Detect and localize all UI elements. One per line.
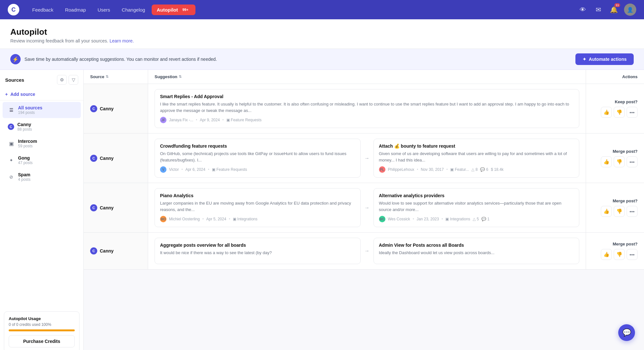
suggestion-body: I like the smart replies feature. It usu…: [160, 101, 574, 114]
learn-more-link[interactable]: Learn more.: [109, 38, 134, 43]
thumbs-down-button[interactable]: 👎: [614, 249, 625, 260]
merge-arrow: →: [365, 139, 370, 178]
author-name: PhilippeLehoux: [388, 167, 414, 172]
settings-icon-btn[interactable]: ⚙: [57, 75, 67, 85]
source-cell: C Canny: [84, 84, 148, 133]
thumbs-up-button[interactable]: 👍: [601, 156, 612, 167]
plus-icon: +: [5, 92, 8, 97]
stat-triangles: △ 8: [471, 167, 478, 172]
page-title: Autopilot: [10, 27, 634, 37]
canny-count: 88 posts: [17, 127, 76, 132]
suggestion-card-left[interactable]: Aggregate posts overview for all boards …: [155, 238, 361, 264]
suggestion-col-header[interactable]: Suggestion ⇅: [148, 70, 586, 84]
more-options-button[interactable]: •••: [627, 156, 638, 167]
thumbs-down-button[interactable]: 👎: [614, 206, 625, 217]
message-icon[interactable]: ✉: [593, 5, 603, 15]
sidebar-item-spam-info: Spam 4 posts: [18, 172, 76, 182]
chat-bubble[interactable]: 💬: [618, 324, 635, 341]
action-buttons: 👍 👎 •••: [601, 156, 638, 167]
author-name: Janaya Fix -...: [169, 118, 193, 122]
source-cell: C Canny: [84, 233, 148, 269]
suggestion-card-left[interactable]: Piano Analytics Larger companies in the …: [155, 188, 361, 227]
sidebar-item-intercom[interactable]: ▣ Intercom 59 posts: [3, 135, 81, 152]
actions-cell: Keep post? 👍 👎 •••: [586, 84, 644, 133]
sidebar-item-all-info: All sources 194 posts: [18, 105, 76, 115]
canny-icon: C: [8, 124, 14, 130]
sidebar-item-gong[interactable]: ✦ Gong 47 posts: [3, 152, 81, 168]
suggestion-cell: Crowdfunding feature requests On GitHub,…: [148, 134, 586, 183]
page-header: Autopilot Review incoming feedback from …: [0, 19, 644, 49]
purchase-credits-button[interactable]: Purchase Credits: [9, 335, 75, 347]
source-col-header[interactable]: Source ⇅: [84, 70, 148, 84]
post-date: Jan 23, 2023: [417, 217, 439, 221]
suggestion-title: Smart Replies - Add Approval: [160, 94, 574, 99]
autopilot-badge: 99+: [180, 7, 190, 12]
thumbs-up-button[interactable]: 👍: [601, 107, 612, 118]
actions-cell: Merge post? 👍 👎 •••: [586, 183, 644, 232]
board-icon: ▣: [445, 217, 449, 221]
more-options-button[interactable]: •••: [627, 249, 638, 260]
table-header: Source ⇅ Suggestion ⇅ Actions: [84, 70, 644, 84]
nav-feedback[interactable]: Feedback: [27, 5, 59, 15]
eye-icon[interactable]: 👁: [578, 5, 588, 15]
source-header-label: Source: [90, 74, 104, 79]
gong-count: 47 posts: [18, 161, 76, 165]
notif-badge: 11: [614, 3, 620, 7]
stat-triangles: △ 5: [473, 217, 479, 221]
sidebar-header-icons: ⚙ ▽: [57, 75, 78, 85]
thumbs-up-button[interactable]: 👍: [601, 206, 612, 217]
nav-autopilot[interactable]: Autopilot 99+: [152, 5, 195, 15]
automate-actions-button[interactable]: ✦ Automate actions: [575, 53, 634, 65]
sidebar-item-canny[interactable]: C Canny 88 posts: [3, 119, 81, 135]
stat-comments: 💬 1: [481, 217, 489, 221]
nav-users[interactable]: Users: [92, 5, 115, 15]
suggestion-meta: V Victor • Apr 6, 2024 • ▣ Feature Reque…: [160, 166, 355, 173]
action-buttons: 👍 👎 •••: [601, 107, 638, 118]
source-cell: C Canny: [84, 134, 148, 183]
content-area: Source ⇅ Suggestion ⇅ Actions C Canny Sm…: [84, 70, 644, 350]
suggestion-pair: Aggregate posts overview for all boards …: [155, 238, 579, 264]
sidebar-item-spam[interactable]: ⊘ Spam 4 posts: [3, 169, 81, 185]
suggestion-pair: Crowdfunding feature requests On GitHub,…: [155, 139, 579, 178]
bell-icon[interactable]: 🔔 11: [609, 5, 619, 15]
avatar[interactable]: 👤: [624, 4, 636, 16]
thumbs-down-button[interactable]: 👎: [614, 107, 625, 118]
source-label: Canny: [100, 156, 114, 161]
board-icon: ▣: [226, 118, 230, 122]
nav-changelog[interactable]: Changelog: [117, 5, 150, 15]
intercom-name: Intercom: [18, 139, 76, 144]
table-row: C Canny Piano Analytics Larger companies…: [84, 183, 644, 233]
suggestion-card-right[interactable]: Admin View for Posts across all Boards I…: [374, 238, 580, 264]
logo[interactable]: C: [8, 4, 19, 15]
actions-cell: Merge post? 👍 👎 •••: [586, 233, 644, 269]
actions-header-label: Actions: [622, 74, 638, 79]
suggestion-meta: PL PhilippeLehoux • Nov 30, 2017 • ▣ Fea…: [379, 166, 574, 173]
add-source-button[interactable]: + Add source: [0, 88, 83, 100]
suggestion-card[interactable]: Smart Replies - Add Approval I like the …: [155, 89, 579, 128]
intercom-icon: ▣: [8, 140, 15, 147]
suggestion-card-right[interactable]: Alternative analytics providers Would lo…: [374, 188, 580, 227]
author-name: Michiel Oosterling: [169, 217, 200, 221]
nav-autopilot-label: Autopilot: [157, 7, 178, 13]
actions-cell: Merge post? 👍 👎 •••: [586, 134, 644, 183]
author-avatar: V: [160, 166, 166, 173]
suggestion-body: Larger companies in the EU are moving aw…: [160, 200, 355, 213]
suggestion-meta: JF Janaya Fix -... • Apr 9, 2024 • ▣ Fea…: [160, 117, 574, 123]
table-row: C Canny Aggregate posts overview for all…: [84, 233, 644, 270]
nav-right: 👁 ✉ 🔔 11 👤: [578, 4, 636, 16]
filter-icon-btn[interactable]: ▽: [69, 75, 78, 85]
sidebar-item-all-sources[interactable]: ☰ All sources 194 posts: [3, 102, 81, 118]
add-source-label: Add source: [10, 92, 35, 97]
banner: ⚡ Save time by automatically accepting s…: [0, 49, 644, 70]
more-options-button[interactable]: •••: [627, 206, 638, 217]
suggestion-meta: WC Wes Cossick • Jan 23, 2023 • ▣ Integr…: [379, 216, 574, 222]
canny-source-icon: C: [90, 247, 97, 254]
nav-roadmap[interactable]: Roadmap: [60, 5, 91, 15]
suggestion-card-right[interactable]: Attach 💰 bounty to feature request Given…: [374, 139, 580, 178]
more-options-button[interactable]: •••: [627, 107, 638, 118]
thumbs-up-button[interactable]: 👍: [601, 249, 612, 260]
suggestion-cell: Smart Replies - Add Approval I like the …: [148, 84, 586, 133]
autopilot-usage-panel: Autopilot Usage 0 of 0 credits used 100%…: [4, 311, 80, 350]
suggestion-card-left[interactable]: Crowdfunding feature requests On GitHub,…: [155, 139, 361, 178]
thumbs-down-button[interactable]: 👎: [614, 156, 625, 167]
